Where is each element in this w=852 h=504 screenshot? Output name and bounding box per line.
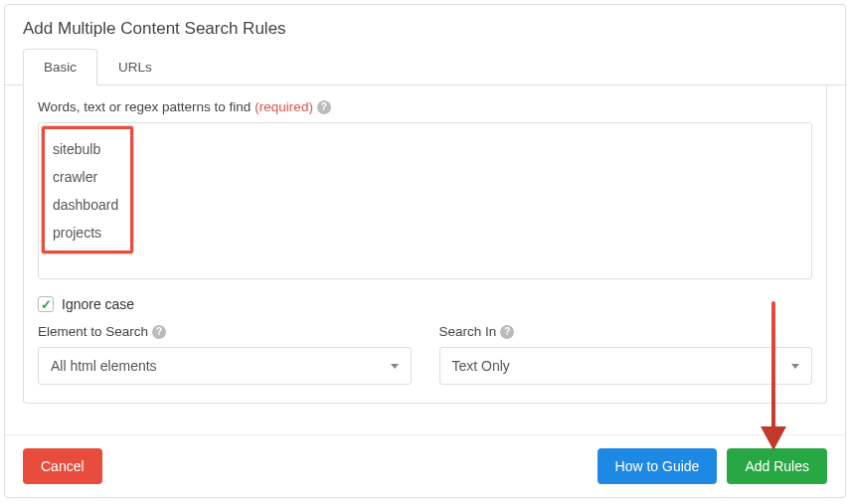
dialog-title: Add Multiple Content Search Rules xyxy=(5,5,845,49)
chevron-down-icon xyxy=(791,364,799,369)
element-to-search-label-row: Element to Search ? xyxy=(38,324,412,339)
search-in-value: Text Only xyxy=(452,358,510,374)
element-to-search-label: Element to Search xyxy=(38,324,148,339)
search-in-select[interactable]: Text Only xyxy=(439,347,813,385)
words-label-row: Words, text or regex patterns to find (r… xyxy=(38,99,812,114)
help-icon[interactable]: ? xyxy=(152,325,166,339)
help-icon[interactable]: ? xyxy=(317,100,331,114)
tab-bar: Basic URLs xyxy=(5,49,845,85)
selects-row: Element to Search ? All html elements Se… xyxy=(38,324,812,385)
words-label: Words, text or regex patterns to find xyxy=(38,99,251,114)
ignore-case-checkbox[interactable]: ✓ xyxy=(38,296,54,312)
ignore-case-label: Ignore case xyxy=(62,296,134,312)
tab-basic[interactable]: Basic xyxy=(23,49,97,85)
words-input-wrap xyxy=(38,122,812,282)
how-to-guide-button[interactable]: How to Guide xyxy=(597,448,718,484)
ignore-case-row: ✓ Ignore case xyxy=(38,296,812,312)
dialog-footer: Cancel How to Guide Add Rules xyxy=(5,434,845,497)
cancel-button[interactable]: Cancel xyxy=(23,448,102,484)
required-indicator: (required) xyxy=(255,99,313,114)
element-to-search-col: Element to Search ? All html elements xyxy=(38,324,412,385)
search-in-label: Search In xyxy=(439,324,497,339)
search-in-label-row: Search In ? xyxy=(439,324,813,339)
chevron-down-icon xyxy=(391,364,399,369)
basic-panel: Words, text or regex patterns to find (r… xyxy=(23,85,827,404)
add-rules-button[interactable]: Add Rules xyxy=(727,448,827,484)
help-icon[interactable]: ? xyxy=(500,325,514,339)
element-to-search-select[interactable]: All html elements xyxy=(38,347,412,385)
words-input[interactable] xyxy=(38,122,812,279)
search-in-col: Search In ? Text Only xyxy=(439,324,813,385)
element-to-search-value: All html elements xyxy=(51,358,157,374)
tab-urls[interactable]: URLs xyxy=(97,49,173,85)
add-rules-dialog: Add Multiple Content Search Rules Basic … xyxy=(4,4,846,498)
